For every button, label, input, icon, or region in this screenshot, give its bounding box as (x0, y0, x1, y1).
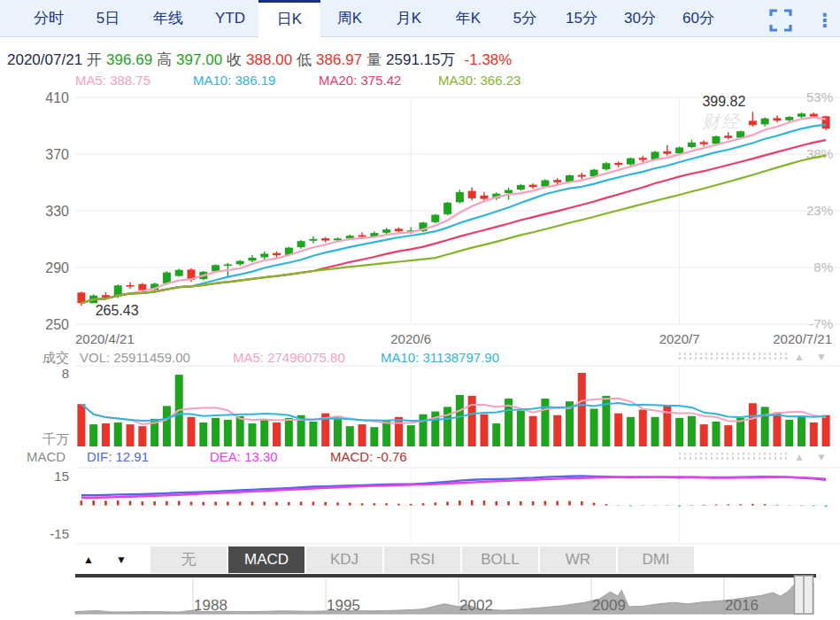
svg-text:1995: 1995 (327, 597, 360, 614)
volume-panel-drag-handle[interactable] (677, 352, 787, 361)
watermark: 财经 (702, 110, 741, 134)
navigator-area (75, 580, 813, 614)
stock-chart-app: 分时5日年线YTD日K周K月K年K5分15分30分60分 ⋮ 2020/07/2… (0, 0, 840, 620)
svg-text:265.43: 265.43 (96, 303, 139, 318)
svg-text:370: 370 (45, 147, 69, 162)
svg-text:8: 8 (62, 366, 69, 381)
indicator-tab-MACD[interactable]: MACD (228, 546, 304, 573)
indicator-tab-WR[interactable]: WR (540, 546, 616, 573)
indicator-tab-DMI[interactable]: DMI (618, 546, 694, 573)
macd-histogram (81, 500, 826, 508)
svg-text:千万: 千万 (42, 431, 69, 446)
candles (77, 112, 829, 306)
macd-panel: 15-15 (50, 468, 840, 544)
indicator-tab-BOLL[interactable]: BOLL (462, 546, 538, 573)
svg-text:2009: 2009 (592, 597, 626, 614)
svg-text:23%: 23% (806, 203, 833, 218)
svg-text:-7%: -7% (809, 316, 833, 331)
indicator-tab-RSI[interactable]: RSI (384, 546, 460, 573)
navigator-slider-handle[interactable] (795, 576, 813, 614)
svg-text:2016: 2016 (725, 597, 759, 614)
svg-text:15: 15 (54, 469, 69, 484)
tab-日K[interactable]: 日K (258, 0, 320, 41)
svg-text:2020/4/21: 2020/4/21 (75, 331, 135, 346)
svg-text:399.82: 399.82 (702, 94, 745, 109)
price-annotations: 399.82265.43 (96, 94, 746, 318)
svg-text:8%: 8% (813, 260, 833, 275)
macd-panel-expand-icon[interactable]: ▲ (790, 451, 808, 463)
svg-text:53%: 53% (806, 89, 833, 105)
macd-panel-collapse-icon[interactable]: ▼ (813, 451, 830, 463)
price-axis-labels: 410370330290250 (45, 90, 69, 332)
svg-text:2020/7: 2020/7 (659, 331, 700, 346)
chart-canvas: 41037033029025053%38%23%8%-7%399.82265.4… (0, 0, 840, 620)
date-axis-labels: 2020/4/212020/62020/72020/7/21 (75, 331, 832, 346)
macd-lines (81, 476, 826, 498)
svg-text:2020/7/21: 2020/7/21 (773, 331, 832, 346)
svg-text:-15: -15 (50, 526, 69, 541)
indicator-up-button[interactable]: ▲ (75, 546, 102, 573)
macd-panel-drag-handle[interactable] (677, 452, 787, 461)
indicator-tab-无[interactable]: 无 (150, 546, 227, 573)
svg-text:410: 410 (45, 90, 69, 105)
volume-panel-collapse-icon[interactable]: ▼ (813, 351, 830, 363)
range-navigator (75, 574, 816, 614)
svg-text:1988: 1988 (194, 597, 227, 614)
svg-text:330: 330 (45, 204, 69, 219)
volume-panel: 8千万 (42, 366, 840, 446)
volume-bars (77, 373, 829, 446)
svg-text:2020/6: 2020/6 (390, 331, 431, 346)
indicator-down-button[interactable]: ▼ (108, 546, 135, 573)
svg-text:2002: 2002 (459, 597, 493, 614)
svg-text:250: 250 (45, 317, 69, 332)
volume-panel-expand-icon[interactable]: ▲ (790, 351, 808, 363)
svg-text:290: 290 (45, 260, 69, 275)
indicator-tab-KDJ[interactable]: KDJ (306, 546, 382, 573)
